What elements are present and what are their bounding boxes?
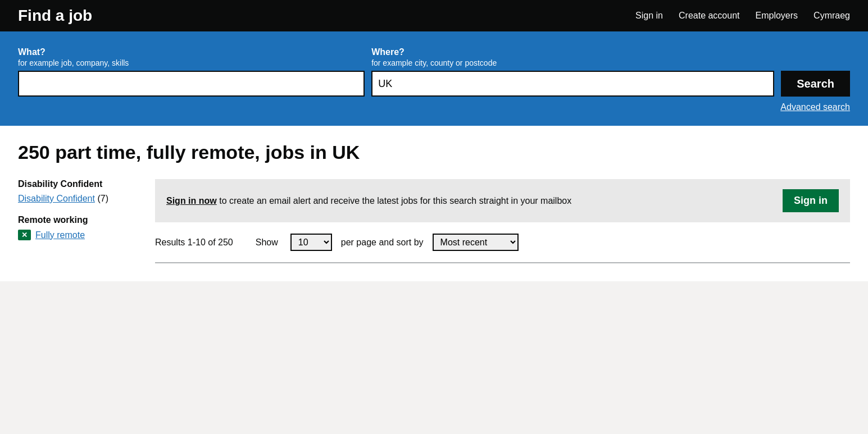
- remote-filter-active: ✕ Fully remote: [18, 230, 142, 240]
- remote-filter-title: Remote working: [18, 215, 142, 225]
- content-row: Disability Confident Disability Confiden…: [18, 179, 850, 263]
- disability-filter-link[interactable]: Disability Confident: [18, 194, 95, 203]
- create-account-link[interactable]: Create account: [679, 11, 740, 21]
- alert-sign-in-link[interactable]: Sign in now: [166, 196, 217, 205]
- site-header: Find a job Sign in Create account Employ…: [0, 0, 868, 31]
- alert-sign-in-button[interactable]: Sign in: [783, 189, 839, 212]
- results-count: Results 1-10 of 250: [155, 237, 233, 248]
- show-label: Show: [256, 237, 278, 248]
- disability-filter-count: (7): [97, 194, 108, 203]
- what-field: What? for example job, company, skills: [18, 47, 365, 97]
- results-divider: [155, 262, 850, 263]
- search-form: What? for example job, company, skills W…: [18, 47, 850, 97]
- site-title[interactable]: Find a job: [18, 7, 92, 25]
- header-nav: Sign in Create account Employers Cymraeg: [635, 11, 850, 21]
- results-controls: Results 1-10 of 250 Show 10 25 50 per pa…: [155, 234, 850, 251]
- what-hint: for example job, company, skills: [18, 58, 365, 67]
- alert-body: to create an email alert and receive the…: [217, 196, 571, 205]
- search-button[interactable]: Search: [781, 71, 850, 97]
- what-input[interactable]: [18, 71, 365, 97]
- where-field: Where? for example city, county or postc…: [371, 47, 774, 97]
- results-heading: 250 part time, fully remote, jobs in UK: [18, 141, 850, 163]
- sidebar: Disability Confident Disability Confiden…: [18, 179, 142, 252]
- employers-link[interactable]: Employers: [756, 11, 798, 21]
- results-area: Sign in now to create an email alert and…: [155, 179, 850, 263]
- main-content: 250 part time, fully remote, jobs in UK …: [0, 126, 868, 281]
- disability-filter-group: Disability Confident Disability Confiden…: [18, 179, 142, 204]
- sort-select[interactable]: Most recent Most relevant: [433, 234, 519, 251]
- cymraeg-link[interactable]: Cymraeg: [814, 11, 850, 21]
- advanced-search-row: Advanced search: [18, 102, 850, 112]
- search-banner: What? for example job, company, skills W…: [0, 31, 868, 126]
- alert-text: Sign in now to create an email alert and…: [166, 194, 571, 208]
- where-input[interactable]: [371, 71, 774, 97]
- advanced-search-link[interactable]: Advanced search: [780, 102, 850, 112]
- remote-filter-group: Remote working ✕ Fully remote: [18, 215, 142, 240]
- where-label: Where?: [371, 47, 774, 57]
- what-label: What?: [18, 47, 365, 57]
- email-alert-box: Sign in now to create an email alert and…: [155, 179, 850, 222]
- disability-filter-title: Disability Confident: [18, 179, 142, 189]
- per-page-select[interactable]: 10 25 50: [290, 234, 332, 251]
- remote-filter-badge[interactable]: ✕: [18, 230, 31, 240]
- remote-filter-link[interactable]: Fully remote: [35, 230, 85, 240]
- where-hint: for example city, county or postcode: [371, 58, 774, 67]
- per-page-suffix: per page and sort by: [341, 237, 424, 248]
- sign-in-link[interactable]: Sign in: [635, 11, 663, 21]
